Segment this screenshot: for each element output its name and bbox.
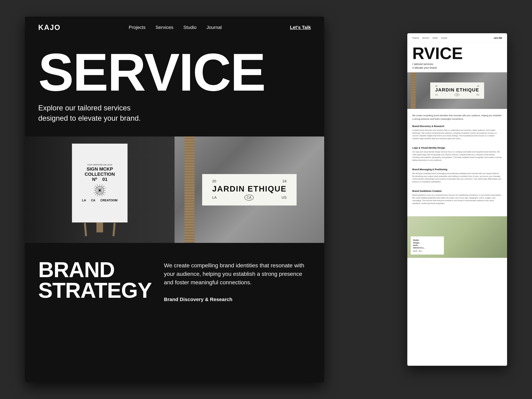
left-image: ©2024 CREATOOM.COM LA(CA) SIGN MCKPCOLLE… [25, 137, 175, 243]
brand-description: We create compelling brand identities th… [164, 261, 311, 287]
main-window: KAJO Projects Services Studio Journal Le… [25, 17, 324, 382]
sec-jardin-year-row: 20 24 [435, 85, 479, 87]
concrete-bg: 20 24 JARDIN ETHIQUE LA CA US [175, 137, 324, 243]
star-icon [93, 184, 106, 197]
sec-lets-talk-button[interactable]: Let's Talk [494, 37, 502, 39]
nav-journal[interactable]: Journal [207, 25, 222, 30]
sec-jardin-ca-badge: CA [455, 93, 460, 96]
hero-title: SERVICE [38, 48, 311, 96]
jardin-ca-badge: CA [244, 195, 254, 201]
sec-service-text-2: Our logo and visual identity design serv… [412, 151, 502, 161]
sec-nav-projects[interactable]: Projects [412, 37, 419, 39]
sign-small-text: ©2024 CREATOOM.COM LA(CA) [87, 164, 112, 166]
svg-point-9 [99, 190, 101, 191]
brand-title: BRAND STRATEGY [38, 260, 147, 301]
sign-big-text: SIGN MCKPCOLLECTIONNº 01 [85, 167, 115, 182]
sec-brand-section: We create compelling brand identities th… [407, 109, 507, 216]
screen-wrapper: KAJO Projects Services Studio Journal Le… [25, 17, 507, 382]
brand-section: BRAND STRATEGY We create compelling bran… [25, 243, 324, 325]
sec-service-title-2: Logo & Visual Identity Design [412, 146, 502, 149]
sec-service-title-4: Brand Guidelines Creation [412, 190, 502, 192]
wood-columns [184, 137, 195, 243]
service-item-1: Brand Discovery & Research [164, 297, 311, 302]
dark-bg: ©2024 CREATOOM.COM LA(CA) SIGN MCKPCOLLE… [25, 137, 175, 243]
lets-talk-button[interactable]: Let's Talk [290, 25, 311, 30]
logo: KAJO [38, 23, 61, 32]
sec-service-text-1: In-depth brand discovery and research he… [412, 129, 502, 140]
jardin-year-row: 20 24 [212, 179, 286, 183]
sec-hero-title: RVICE [412, 46, 502, 61]
jardin-name: JARDIN ETHIQUE [212, 184, 286, 193]
sign-bottom-text: LA CA CREATOOM [82, 199, 117, 202]
sec-service-title-3: Brand Messaging & Positioning [412, 168, 502, 171]
hero-subtitle: Explore our tailored services designed t… [38, 103, 188, 123]
sec-concrete-bg: 20 24 JARDIN ETHIQUE LA CA US [407, 72, 507, 109]
right-image: 20 24 JARDIN ETHIQUE LA CA US [175, 137, 324, 243]
sec-service-text-3: We develop compelling brand messaging an… [412, 172, 502, 183]
sec-nav-journal[interactable]: Journal [441, 37, 447, 39]
brand-content: We create compelling brand identities th… [164, 260, 311, 309]
sec-hero: RVICE r tailored services o elevate your… [407, 42, 507, 72]
sec-jardin-sign: 20 24 JARDIN ETHIQUE LA CA US [430, 82, 484, 99]
navbar: KAJO Projects Services Studio Journal Le… [25, 17, 324, 38]
sec-bottom-card: Doubl... design... perfe... interest to … [411, 236, 444, 254]
sec-service-item-4: Brand Guidelines Creation Brand guidelin… [412, 190, 502, 205]
secondary-window: Projects Services Studio Journal Let's T… [407, 33, 507, 366]
nav-projects[interactable]: Projects [129, 25, 146, 30]
nav-services[interactable]: Services [155, 25, 173, 30]
sec-service-item-3: Brand Messaging & Positioning We develop… [412, 168, 502, 183]
sec-nav-studio[interactable]: Studio [433, 37, 438, 39]
sec-navbar: Projects Services Studio Journal Let's T… [407, 33, 507, 42]
sec-service-item-2: Logo & Visual Identity Design Our logo a… [412, 146, 502, 161]
sec-nav-services[interactable]: Services [422, 37, 429, 39]
sec-image: 20 24 JARDIN ETHIQUE LA CA US [407, 72, 507, 109]
brand-title-block: BRAND STRATEGY [38, 260, 147, 301]
sec-service-title-1: Brand Discovery & Research [412, 125, 502, 127]
sec-service-text-4: Brand guidelines serve as a comprehensiv… [412, 194, 502, 205]
sec-card-text: Doubl... design... perfe... interest to … [413, 239, 441, 252]
sec-jardin-name: JARDIN ETHIQUE [435, 87, 479, 93]
images-section: ©2024 CREATOOM.COM LA(CA) SIGN MCKPCOLLE… [25, 137, 324, 243]
nav-links: Projects Services Studio Journal [129, 25, 222, 30]
sign-mockup: ©2024 CREATOOM.COM LA(CA) SIGN MCKPCOLLE… [71, 143, 128, 223]
sec-nav-links: Projects Services Studio Journal [412, 36, 447, 39]
service-title-1: Brand Discovery & Research [164, 297, 311, 302]
sec-hero-subtitle: r tailored services o elevate your brand… [412, 62, 470, 70]
jardin-sign: 20 24 JARDIN ETHIQUE LA CA US [202, 174, 296, 205]
hero-section: SERVICE Explore our tailored services de… [25, 38, 324, 137]
jardin-location: LA CA US [212, 195, 286, 201]
sec-service-item-1: Brand Discovery & Research In-depth bran… [412, 125, 502, 140]
sec-brand-description: We create compelling brand identities th… [412, 114, 502, 121]
sec-jardin-location: LA CA US [435, 93, 479, 96]
sec-bottom-image: Doubl... design... perfe... interest to … [407, 216, 507, 258]
nav-studio[interactable]: Studio [183, 25, 196, 30]
